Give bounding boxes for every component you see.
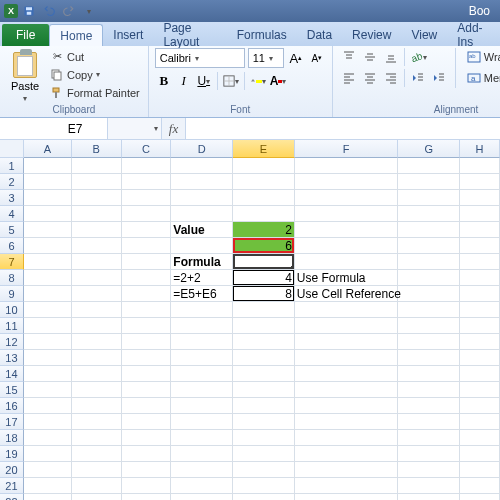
- cell-A4[interactable]: [24, 206, 72, 222]
- cell-F11[interactable]: [295, 318, 399, 334]
- cell-G6[interactable]: [398, 238, 460, 254]
- cell-A2[interactable]: [24, 174, 72, 190]
- cell-H17[interactable]: [460, 414, 500, 430]
- cell-E7[interactable]: [233, 254, 295, 270]
- cell-H11[interactable]: [460, 318, 500, 334]
- tab-data[interactable]: Data: [297, 24, 342, 46]
- cell-G14[interactable]: [398, 366, 460, 382]
- cell-G18[interactable]: [398, 430, 460, 446]
- col-header-G[interactable]: G: [398, 140, 460, 158]
- tab-page-layout[interactable]: Page Layout: [153, 24, 226, 46]
- cell-B11[interactable]: [72, 318, 122, 334]
- cell-G7[interactable]: [398, 254, 460, 270]
- cell-E9[interactable]: 8: [233, 286, 295, 302]
- row-header-18[interactable]: 18: [0, 430, 24, 446]
- qat-more-icon[interactable]: ▾: [80, 3, 98, 19]
- cell-C3[interactable]: [122, 190, 172, 206]
- cell-C21[interactable]: [122, 478, 172, 494]
- cell-D15[interactable]: [171, 382, 233, 398]
- cell-D7[interactable]: Formula: [171, 254, 233, 270]
- col-header-D[interactable]: D: [171, 140, 233, 158]
- cell-F21[interactable]: [295, 478, 399, 494]
- col-header-F[interactable]: F: [295, 140, 399, 158]
- cell-A18[interactable]: [24, 430, 72, 446]
- cell-H3[interactable]: [460, 190, 500, 206]
- cell-B8[interactable]: [72, 270, 122, 286]
- cut-button[interactable]: ✂Cut: [48, 48, 142, 65]
- increase-indent-button[interactable]: [429, 69, 449, 87]
- cell-D18[interactable]: [171, 430, 233, 446]
- cell-H4[interactable]: [460, 206, 500, 222]
- cell-E2[interactable]: [233, 174, 295, 190]
- cell-E16[interactable]: [233, 398, 295, 414]
- row-header-5[interactable]: 5: [0, 222, 24, 238]
- cell-C15[interactable]: [122, 382, 172, 398]
- cell-E15[interactable]: [233, 382, 295, 398]
- spreadsheet-grid[interactable]: A B C D E F G H 12345Value2667Formula8=2…: [0, 140, 500, 500]
- cell-D5[interactable]: Value: [171, 222, 233, 238]
- tab-insert[interactable]: Insert: [103, 24, 153, 46]
- cell-F13[interactable]: [295, 350, 399, 366]
- align-left-button[interactable]: [339, 69, 359, 87]
- cell-D16[interactable]: [171, 398, 233, 414]
- cell-H14[interactable]: [460, 366, 500, 382]
- undo-icon[interactable]: [40, 3, 58, 19]
- cell-H5[interactable]: [460, 222, 500, 238]
- cell-A13[interactable]: [24, 350, 72, 366]
- fx-icon[interactable]: fx: [162, 118, 186, 139]
- cell-A20[interactable]: [24, 462, 72, 478]
- cell-F1[interactable]: [295, 158, 399, 174]
- row-header-20[interactable]: 20: [0, 462, 24, 478]
- row-header-3[interactable]: 3: [0, 190, 24, 206]
- cell-C11[interactable]: [122, 318, 172, 334]
- cell-D22[interactable]: [171, 494, 233, 500]
- redo-icon[interactable]: [60, 3, 78, 19]
- cell-D1[interactable]: [171, 158, 233, 174]
- cell-D4[interactable]: [171, 206, 233, 222]
- cell-F17[interactable]: [295, 414, 399, 430]
- cell-F2[interactable]: [295, 174, 399, 190]
- row-header-11[interactable]: 11: [0, 318, 24, 334]
- font-color-button[interactable]: A▾: [269, 71, 287, 91]
- row-header-8[interactable]: 8: [0, 270, 24, 286]
- cell-H13[interactable]: [460, 350, 500, 366]
- copy-button[interactable]: Copy▾: [48, 66, 142, 83]
- cell-C20[interactable]: [122, 462, 172, 478]
- cell-G20[interactable]: [398, 462, 460, 478]
- cell-H21[interactable]: [460, 478, 500, 494]
- cell-C6[interactable]: [122, 238, 172, 254]
- fill-color-button[interactable]: ▾: [249, 71, 267, 91]
- format-painter-button[interactable]: Format Painter: [48, 84, 142, 101]
- cell-C17[interactable]: [122, 414, 172, 430]
- cell-E8[interactable]: 4: [233, 270, 295, 286]
- cell-A5[interactable]: [24, 222, 72, 238]
- cell-B17[interactable]: [72, 414, 122, 430]
- cell-B4[interactable]: [72, 206, 122, 222]
- cell-E11[interactable]: [233, 318, 295, 334]
- cell-D3[interactable]: [171, 190, 233, 206]
- row-header-19[interactable]: 19: [0, 446, 24, 462]
- cell-F8[interactable]: Use Formula: [295, 270, 399, 286]
- cell-E12[interactable]: [233, 334, 295, 350]
- cell-C9[interactable]: [122, 286, 172, 302]
- cell-H8[interactable]: [460, 270, 500, 286]
- cell-B14[interactable]: [72, 366, 122, 382]
- cell-B21[interactable]: [72, 478, 122, 494]
- decrease-indent-button[interactable]: [408, 69, 428, 87]
- cell-A11[interactable]: [24, 318, 72, 334]
- cell-D6[interactable]: [171, 238, 233, 254]
- cell-H12[interactable]: [460, 334, 500, 350]
- wrap-text-button[interactable]: abWrap Text: [462, 48, 500, 66]
- cell-C16[interactable]: [122, 398, 172, 414]
- cell-H9[interactable]: [460, 286, 500, 302]
- row-header-12[interactable]: 12: [0, 334, 24, 350]
- cell-F12[interactable]: [295, 334, 399, 350]
- cell-A9[interactable]: [24, 286, 72, 302]
- cell-A6[interactable]: [24, 238, 72, 254]
- cell-F10[interactable]: [295, 302, 399, 318]
- cell-F4[interactable]: [295, 206, 399, 222]
- cell-F22[interactable]: [295, 494, 399, 500]
- tab-home[interactable]: Home: [49, 24, 103, 46]
- cell-G2[interactable]: [398, 174, 460, 190]
- cell-H1[interactable]: [460, 158, 500, 174]
